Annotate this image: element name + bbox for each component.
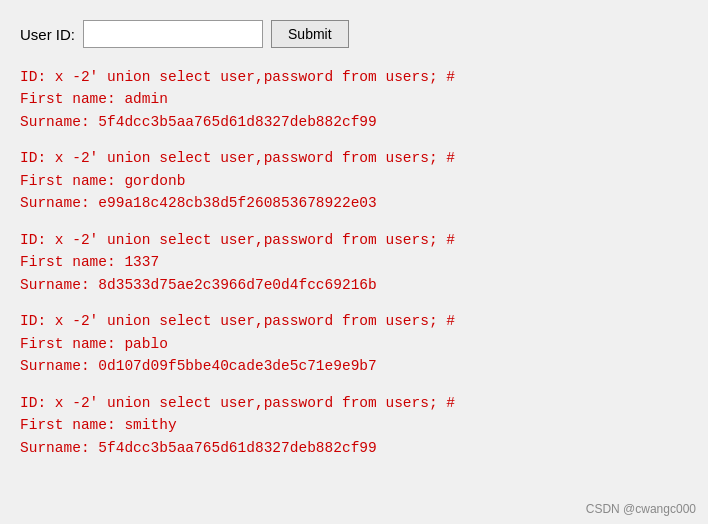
result-block: ID: x -2' union select user,password fro… [20, 229, 688, 296]
surname-line: Surname: 5f4dcc3b5aa765d61d8327deb882cf9… [20, 111, 688, 133]
id-line: ID: x -2' union select user,password fro… [20, 392, 688, 414]
surname-line: Surname: e99a18c428cb38d5f260853678922e0… [20, 192, 688, 214]
submit-button[interactable]: Submit [271, 20, 349, 48]
user-id-row: User ID: Submit [20, 20, 688, 48]
result-block: ID: x -2' union select user,password fro… [20, 392, 688, 459]
result-block: ID: x -2' union select user,password fro… [20, 66, 688, 133]
surname-line: Surname: 5f4dcc3b5aa765d61d8327deb882cf9… [20, 437, 688, 459]
first-name-line: First name: pablo [20, 333, 688, 355]
result-block: ID: x -2' union select user,password fro… [20, 147, 688, 214]
surname-line: Surname: 0d107d09f5bbe40cade3de5c71e9e9b… [20, 355, 688, 377]
page-container: User ID: Submit ID: x -2' union select u… [0, 0, 708, 524]
first-name-line: First name: smithy [20, 414, 688, 436]
first-name-line: First name: admin [20, 88, 688, 110]
result-block: ID: x -2' union select user,password fro… [20, 310, 688, 377]
id-line: ID: x -2' union select user,password fro… [20, 147, 688, 169]
first-name-line: First name: 1337 [20, 251, 688, 273]
user-id-label: User ID: [20, 26, 75, 43]
id-line: ID: x -2' union select user,password fro… [20, 66, 688, 88]
id-line: ID: x -2' union select user,password fro… [20, 310, 688, 332]
first-name-line: First name: gordonb [20, 170, 688, 192]
user-id-input[interactable] [83, 20, 263, 48]
watermark: CSDN @cwangc000 [586, 502, 696, 516]
id-line: ID: x -2' union select user,password fro… [20, 229, 688, 251]
surname-line: Surname: 8d3533d75ae2c3966d7e0d4fcc69216… [20, 274, 688, 296]
results-area: ID: x -2' union select user,password fro… [20, 66, 688, 459]
